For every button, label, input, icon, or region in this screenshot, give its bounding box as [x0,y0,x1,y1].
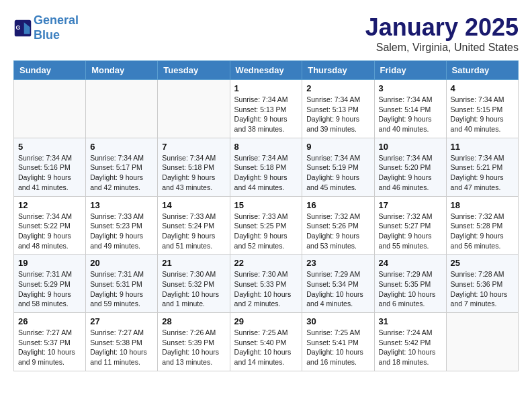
day-info: Sunrise: 7:34 AM Sunset: 5:14 PM Dayligh… [379,95,442,134]
calendar-cell [14,80,86,138]
calendar-cell [86,80,158,138]
calendar-cell: 4Sunrise: 7:34 AM Sunset: 5:15 PM Daylig… [446,80,518,138]
day-info: Sunrise: 7:34 AM Sunset: 5:15 PM Dayligh… [451,95,514,134]
calendar-cell: 17Sunrise: 7:32 AM Sunset: 5:27 PM Dayli… [374,196,446,255]
calendar-cell: 19Sunrise: 7:31 AM Sunset: 5:29 PM Dayli… [14,255,86,313]
calendar-cell: 29Sunrise: 7:25 AM Sunset: 5:40 PM Dayli… [230,313,302,371]
day-info: Sunrise: 7:31 AM Sunset: 5:31 PM Dayligh… [90,269,153,309]
weekday-header-wednesday: Wednesday [230,61,302,80]
calendar-title: January 2025 [365,13,519,42]
calendar-table: SundayMondayTuesdayWednesdayThursdayFrid… [13,60,519,371]
day-info: Sunrise: 7:27 AM Sunset: 5:38 PM Dayligh… [90,328,153,367]
calendar-cell: 7Sunrise: 7:34 AM Sunset: 5:18 PM Daylig… [158,138,230,196]
calendar-cell: 23Sunrise: 7:29 AM Sunset: 5:34 PM Dayli… [302,255,374,313]
calendar-cell: 16Sunrise: 7:32 AM Sunset: 5:26 PM Dayli… [302,196,374,255]
title-block: January 2025 Salem, Virginia, United Sta… [365,13,519,54]
calendar-cell: 18Sunrise: 7:32 AM Sunset: 5:28 PM Dayli… [446,196,518,255]
calendar-cell: 9Sunrise: 7:34 AM Sunset: 5:19 PM Daylig… [302,138,374,196]
day-info: Sunrise: 7:34 AM Sunset: 5:22 PM Dayligh… [18,212,81,251]
weekday-header-thursday: Thursday [302,61,374,80]
calendar-cell: 22Sunrise: 7:30 AM Sunset: 5:33 PM Dayli… [230,255,302,313]
logo-line1: General [34,13,79,27]
day-info: Sunrise: 7:30 AM Sunset: 5:32 PM Dayligh… [162,269,225,309]
day-number: 20 [90,258,153,268]
calendar-cell: 8Sunrise: 7:34 AM Sunset: 5:18 PM Daylig… [230,138,302,196]
calendar-week-2: 5Sunrise: 7:34 AM Sunset: 5:16 PM Daylig… [14,138,519,196]
day-info: Sunrise: 7:34 AM Sunset: 5:20 PM Dayligh… [379,153,442,193]
calendar-cell: 10Sunrise: 7:34 AM Sunset: 5:20 PM Dayli… [374,138,446,196]
calendar-week-5: 26Sunrise: 7:27 AM Sunset: 5:37 PM Dayli… [14,313,519,371]
calendar-week-4: 19Sunrise: 7:31 AM Sunset: 5:29 PM Dayli… [14,255,519,313]
day-number: 19 [18,258,81,268]
day-number: 7 [162,142,225,152]
day-number: 17 [379,200,442,210]
calendar-cell: 31Sunrise: 7:24 AM Sunset: 5:42 PM Dayli… [374,313,446,371]
header: G General Blue January 2025 Salem, Virgi… [13,13,519,54]
calendar-cell: 25Sunrise: 7:28 AM Sunset: 5:36 PM Dayli… [446,255,518,313]
day-info: Sunrise: 7:33 AM Sunset: 5:25 PM Dayligh… [234,212,298,251]
logo-line2: Blue [34,28,60,42]
day-number: 29 [234,316,298,326]
calendar-cell: 1Sunrise: 7:34 AM Sunset: 5:13 PM Daylig… [230,80,302,138]
calendar-cell: 21Sunrise: 7:30 AM Sunset: 5:32 PM Dayli… [158,255,230,313]
day-number: 14 [162,200,225,210]
day-number: 24 [379,258,442,268]
day-number: 26 [18,316,81,326]
day-number: 23 [306,258,369,268]
day-number: 13 [90,200,153,210]
calendar-cell: 6Sunrise: 7:34 AM Sunset: 5:17 PM Daylig… [86,138,158,196]
calendar-cell: 28Sunrise: 7:26 AM Sunset: 5:39 PM Dayli… [158,313,230,371]
day-number: 16 [306,200,369,210]
day-number: 12 [18,200,81,210]
day-info: Sunrise: 7:34 AM Sunset: 5:13 PM Dayligh… [306,95,369,134]
calendar-week-1: 1Sunrise: 7:34 AM Sunset: 5:13 PM Daylig… [14,80,519,138]
calendar-cell: 3Sunrise: 7:34 AM Sunset: 5:14 PM Daylig… [374,80,446,138]
calendar-cell: 27Sunrise: 7:27 AM Sunset: 5:38 PM Dayli… [86,313,158,371]
svg-text:G: G [16,24,21,30]
calendar-cell: 30Sunrise: 7:25 AM Sunset: 5:41 PM Dayli… [302,313,374,371]
day-info: Sunrise: 7:32 AM Sunset: 5:27 PM Dayligh… [379,212,442,251]
calendar-week-3: 12Sunrise: 7:34 AM Sunset: 5:22 PM Dayli… [14,196,519,255]
day-number: 10 [379,142,442,152]
day-info: Sunrise: 7:25 AM Sunset: 5:41 PM Dayligh… [306,328,369,367]
day-info: Sunrise: 7:34 AM Sunset: 5:13 PM Dayligh… [234,95,298,134]
calendar-cell [158,80,230,138]
day-info: Sunrise: 7:34 AM Sunset: 5:18 PM Dayligh… [234,153,298,193]
day-number: 15 [234,200,298,210]
day-info: Sunrise: 7:26 AM Sunset: 5:39 PM Dayligh… [162,328,225,367]
calendar-cell: 14Sunrise: 7:33 AM Sunset: 5:24 PM Dayli… [158,196,230,255]
calendar-subtitle: Salem, Virginia, United States [365,42,519,54]
day-number: 21 [162,258,225,268]
day-info: Sunrise: 7:33 AM Sunset: 5:24 PM Dayligh… [162,212,225,251]
day-number: 28 [162,316,225,326]
day-info: Sunrise: 7:34 AM Sunset: 5:19 PM Dayligh… [306,153,369,193]
day-info: Sunrise: 7:28 AM Sunset: 5:36 PM Dayligh… [451,269,514,309]
day-number: 18 [451,200,514,210]
day-info: Sunrise: 7:25 AM Sunset: 5:40 PM Dayligh… [234,328,298,367]
day-number: 3 [379,83,442,93]
calendar-cell: 5Sunrise: 7:34 AM Sunset: 5:16 PM Daylig… [14,138,86,196]
day-number: 8 [234,142,298,152]
day-info: Sunrise: 7:27 AM Sunset: 5:37 PM Dayligh… [18,328,81,367]
calendar-cell: 15Sunrise: 7:33 AM Sunset: 5:25 PM Dayli… [230,196,302,255]
calendar-cell: 2Sunrise: 7:34 AM Sunset: 5:13 PM Daylig… [302,80,374,138]
day-info: Sunrise: 7:24 AM Sunset: 5:42 PM Dayligh… [379,328,442,367]
weekday-header-tuesday: Tuesday [158,61,230,80]
calendar-cell: 24Sunrise: 7:29 AM Sunset: 5:35 PM Dayli… [374,255,446,313]
calendar-cell: 26Sunrise: 7:27 AM Sunset: 5:37 PM Dayli… [14,313,86,371]
day-info: Sunrise: 7:34 AM Sunset: 5:17 PM Dayligh… [90,153,153,193]
day-number: 22 [234,258,298,268]
calendar-cell: 12Sunrise: 7:34 AM Sunset: 5:22 PM Dayli… [14,196,86,255]
day-info: Sunrise: 7:34 AM Sunset: 5:18 PM Dayligh… [162,153,225,193]
day-number: 11 [451,142,514,152]
logo: G General Blue [13,13,79,42]
weekday-header-saturday: Saturday [446,61,518,80]
day-info: Sunrise: 7:32 AM Sunset: 5:28 PM Dayligh… [451,212,514,251]
calendar-cell: 20Sunrise: 7:31 AM Sunset: 5:31 PM Dayli… [86,255,158,313]
day-info: Sunrise: 7:30 AM Sunset: 5:33 PM Dayligh… [234,269,298,309]
weekday-header-row: SundayMondayTuesdayWednesdayThursdayFrid… [14,61,519,80]
weekday-header-friday: Friday [374,61,446,80]
logo-icon: G [13,19,32,38]
day-number: 30 [306,316,369,326]
day-info: Sunrise: 7:33 AM Sunset: 5:23 PM Dayligh… [90,212,153,251]
